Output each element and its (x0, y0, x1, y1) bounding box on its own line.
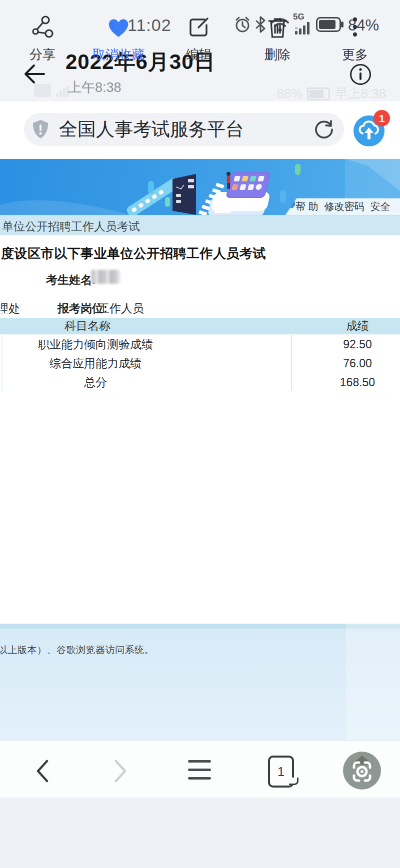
column-header-subject: 科目名称 (0, 318, 175, 334)
site-banner: 帮 助 ? 修改密码 安全 (0, 159, 400, 215)
edit-label: 编辑 (162, 46, 236, 63)
table-row: 职业能力倾向测验成绩 92.50 (0, 335, 400, 354)
ghost-status-icons-left (34, 84, 69, 97)
heart-icon (81, 15, 156, 40)
lens-icon (343, 752, 381, 790)
more-icon (318, 15, 392, 40)
chevron-right-icon (111, 758, 131, 786)
gallery-action-bar (0, 798, 400, 868)
more-label: 更多 (318, 46, 392, 63)
position-value: 工作人员 (98, 301, 144, 316)
url-text: 全国人事考试服务平台 (59, 113, 244, 146)
subject-cell: 职业能力倾向测验成绩 (0, 335, 191, 354)
candidate-name-redacted (91, 270, 120, 284)
screen: 11:02 5G (0, 0, 400, 868)
help-link: 帮 助 (296, 200, 318, 213)
delete-icon (240, 15, 315, 40)
logout-link: 安全 (370, 200, 390, 213)
breadcrumb: 单位公开招聘工作人员考试 (2, 219, 140, 234)
score-cell: 76.00 (291, 354, 400, 373)
notification-badge: 1 (374, 110, 390, 126)
table-row: 总分 168.50 (0, 373, 400, 392)
footer-top-strip (0, 624, 400, 629)
subject-cell: 总分 (0, 373, 191, 392)
edit-icon (162, 15, 236, 40)
score-cell: 92.50 (291, 335, 400, 354)
share-icon (5, 15, 80, 40)
edit-button[interactable]: 编辑 (162, 0, 236, 70)
ghost-battery-icon (307, 87, 330, 100)
share-button[interactable]: 分享 (5, 0, 80, 70)
change-password-link: 修改密码 (324, 200, 364, 213)
delete-button[interactable]: 删除 (240, 0, 315, 70)
more-button[interactable]: 更多 (318, 0, 392, 70)
shield-icon (31, 119, 50, 142)
table-row: 综合应用能力成绩 76.00 (0, 354, 400, 373)
column-header-score: 成绩 (291, 318, 400, 334)
banner-quick-links: 帮 助 ? 修改密码 安全 (286, 198, 400, 215)
ghost-time: 早上8:38 (334, 85, 386, 102)
ghost-status-right: 88% 早上8:38 (276, 85, 386, 102)
department-fragment: 理处 (0, 301, 20, 316)
candidate-name-label: 考生姓名: (46, 272, 96, 288)
refresh-icon (313, 118, 335, 142)
table-left-border (2, 335, 2, 391)
unfavorite-button[interactable]: 取消收藏 (81, 0, 156, 70)
tabs-icon-notch (289, 778, 298, 785)
table-column-divider (291, 335, 292, 391)
delete-label: 删除 (240, 46, 315, 63)
footer-note: 以上版本）、谷歌浏览器访问系统。 (0, 644, 154, 657)
score-cell: 168.50 (291, 373, 400, 392)
page-right-edge (346, 624, 400, 741)
unfavorite-label: 取消收藏 (81, 46, 156, 63)
score-table-header: 科目名称 成绩 (0, 318, 400, 335)
ghost-battery-percent: 88% (276, 86, 302, 101)
subject-cell: 综合应用能力成绩 (0, 354, 191, 373)
photo-time-subtitle: 上午8:38 (68, 78, 122, 96)
chevron-left-icon (32, 758, 52, 786)
exam-title: 度设区市以下事业单位公开招聘工作人员考试 (1, 245, 266, 262)
share-label: 分享 (5, 46, 80, 63)
menu-icon (188, 760, 211, 780)
